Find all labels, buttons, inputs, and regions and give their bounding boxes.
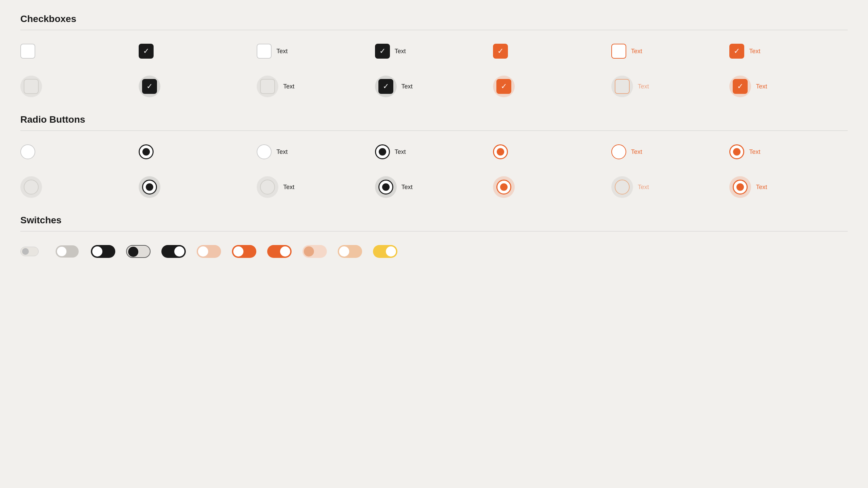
switch-1[interactable] <box>20 245 45 258</box>
switch-10-track <box>338 245 362 258</box>
switches-heading: Switches <box>20 215 848 226</box>
cb-ring-6[interactable] <box>611 76 633 97</box>
rb-text-6: Text <box>631 148 642 156</box>
radio-6[interactable] <box>611 144 626 159</box>
cb-col-2-3: Text <box>257 76 375 97</box>
rb-ring-7[interactable] <box>729 176 751 198</box>
rb-ring-6[interactable] <box>611 176 633 198</box>
checkbox-7[interactable]: ✓ <box>729 44 744 59</box>
checkbox-r4[interactable]: ✓ <box>378 79 393 94</box>
switch-9[interactable] <box>302 245 327 258</box>
cb-ring-3[interactable] <box>257 76 278 97</box>
checkbox-2[interactable]: ✓ <box>139 44 154 59</box>
rb-r2-col-1 <box>20 176 139 198</box>
radio-r1[interactable] <box>24 180 39 195</box>
cb-col-1 <box>20 44 139 59</box>
cb-col-2-5: ✓ <box>493 76 611 97</box>
rb-r2-col-7: Text <box>729 176 848 198</box>
cb-ring-2[interactable]: ✓ <box>139 76 160 97</box>
checkbox-r2[interactable]: ✓ <box>142 79 157 94</box>
radio-7[interactable] <box>729 144 744 159</box>
rb-col-7: Text <box>729 144 848 159</box>
rb-ring-3[interactable] <box>257 176 278 198</box>
switch-6[interactable] <box>197 245 221 258</box>
rb-r2-col-3: Text <box>257 176 375 198</box>
switch-5[interactable] <box>161 245 186 258</box>
radio-r3[interactable] <box>260 180 275 195</box>
radio-1[interactable] <box>20 144 35 159</box>
checkmark-7: ✓ <box>734 47 740 55</box>
radio-r4[interactable] <box>378 180 393 195</box>
rb-ring-1[interactable] <box>20 176 42 198</box>
switch-3[interactable] <box>91 245 115 258</box>
switch-1-thumb <box>22 248 29 255</box>
checkbox-r7[interactable]: ✓ <box>733 79 748 94</box>
cb-ring-5[interactable]: ✓ <box>493 76 515 97</box>
cb-ring-4[interactable]: ✓ <box>375 76 397 97</box>
switch-7[interactable] <box>232 245 256 258</box>
checkbox-4[interactable]: ✓ <box>375 44 390 59</box>
rb-col-4: Text <box>375 144 493 159</box>
radio-r7[interactable] <box>733 180 748 195</box>
cb-text-r4: Text <box>401 83 413 90</box>
cb-col-7: ✓ Text <box>729 44 848 59</box>
switch-5-thumb <box>174 246 184 257</box>
checkbox-1[interactable] <box>20 44 35 59</box>
radio-3[interactable] <box>257 144 272 159</box>
cb-ring-1[interactable] <box>20 76 42 97</box>
switch-11[interactable] <box>373 245 397 258</box>
switch-5-track <box>161 245 186 258</box>
checkbox-5[interactable]: ✓ <box>493 44 508 59</box>
rb-r2-col-2 <box>139 176 257 198</box>
radio-inner-r2 <box>146 183 153 191</box>
switch-2[interactable] <box>56 245 80 258</box>
checkbox-6[interactable] <box>611 44 626 59</box>
switch-7-thumb <box>233 246 243 257</box>
radio-5[interactable] <box>493 144 508 159</box>
radio-r5[interactable] <box>496 180 511 195</box>
switch-10[interactable] <box>338 245 362 258</box>
rb-ring-4[interactable] <box>375 176 397 198</box>
checkbox-r5[interactable]: ✓ <box>496 79 511 94</box>
switch-4[interactable] <box>126 245 151 258</box>
switch-1-track <box>20 247 39 256</box>
rb-r2-col-5 <box>493 176 611 198</box>
rb-r2-col-6: Text <box>611 176 730 198</box>
rb-ring-5[interactable] <box>493 176 515 198</box>
switch-8[interactable] <box>267 245 292 258</box>
switches-section: Switches <box>20 215 848 258</box>
checkbox-r1[interactable] <box>24 79 39 94</box>
cb-row-1: ✓ Text ✓ Text ✓ Text ✓ <box>20 44 848 59</box>
switch-9-track <box>302 245 327 258</box>
radio-r6[interactable] <box>615 180 630 195</box>
rb-row-1: Text Text Text Text <box>20 144 848 159</box>
radio-section: Radio Buttons Text Text Tex <box>20 114 848 198</box>
switch-11-track <box>373 245 397 258</box>
radio-inner-r5 <box>500 183 508 191</box>
radio-r2[interactable] <box>142 180 157 195</box>
checkbox-3[interactable] <box>257 44 272 59</box>
switch-11-thumb <box>386 246 396 257</box>
cb-col-6: Text <box>611 44 730 59</box>
switch-3-thumb <box>92 246 102 257</box>
checkmark-r7: ✓ <box>737 83 743 90</box>
switch-2-track <box>56 245 79 258</box>
cb-text-6a: Text <box>631 48 642 55</box>
radio-4[interactable] <box>375 144 390 159</box>
checkbox-r3[interactable] <box>260 79 275 94</box>
cb-col-2-7: ✓ Text <box>729 76 848 97</box>
checkboxes-heading: Checkboxes <box>20 14 848 24</box>
cb-text-4: Text <box>395 48 406 55</box>
switch-7-track <box>232 245 256 258</box>
radio-2[interactable] <box>139 144 154 159</box>
checkmark-r5: ✓ <box>501 83 507 90</box>
cb-col-4: ✓ Text <box>375 44 493 59</box>
cb-col-3: Text <box>257 44 375 59</box>
rb-col-2 <box>139 144 257 159</box>
rb-ring-2[interactable] <box>139 176 160 198</box>
checkbox-r6[interactable] <box>615 79 630 94</box>
switch-6-track <box>197 245 221 258</box>
switch-8-thumb <box>280 246 290 257</box>
cb-ring-7[interactable]: ✓ <box>729 76 751 97</box>
radio-inner-2 <box>142 148 150 156</box>
